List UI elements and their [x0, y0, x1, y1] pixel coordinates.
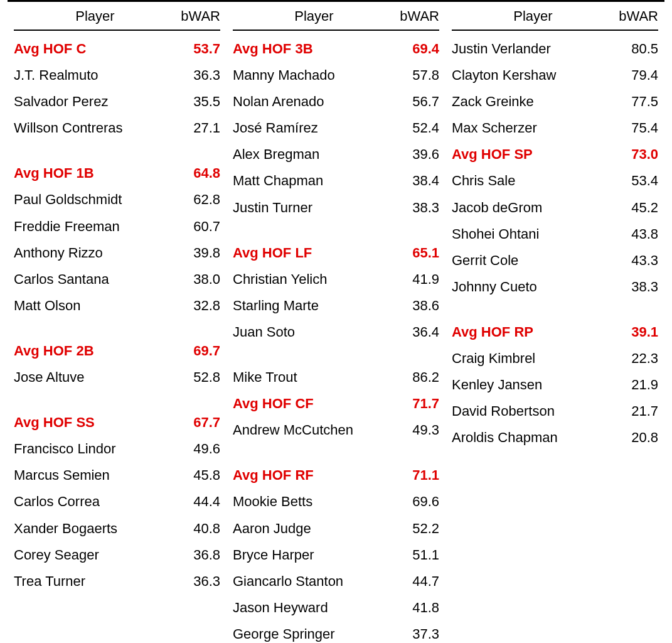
player-row: Aroldis Chapman20.8	[452, 424, 658, 451]
player-name: Jacob deGrom	[452, 197, 614, 219]
player-name: David Robertson	[452, 401, 614, 422]
bwar-value: 49.3	[395, 419, 439, 441]
bwar-value: 49.6	[176, 438, 220, 460]
hof-bwar-table: PlayerbWARAvg HOF C53.7J.T. Realmuto36.3…	[0, 0, 672, 643]
hof-label: Avg HOF SS	[14, 412, 176, 433]
bwar-value: 73.0	[614, 144, 658, 165]
bwar-value: 38.4	[395, 170, 439, 192]
hof-label: Avg HOF C	[14, 38, 176, 60]
player-row: Jason Heyward41.8	[233, 595, 439, 621]
player-name: Justin Turner	[233, 197, 395, 219]
player-row: Willson Contreras27.1	[14, 115, 220, 141]
player-row: Manny Machado57.8	[233, 62, 439, 89]
hof-average-row: Avg HOF RP39.1	[452, 319, 658, 345]
player-row: Gerrit Cole43.3	[452, 247, 658, 274]
player-name: Willson Contreras	[14, 117, 176, 139]
bwar-value: 69.6	[395, 491, 439, 512]
bwar-value: 69.7	[176, 340, 220, 362]
hof-label: Avg HOF SP	[452, 144, 614, 165]
bwar-value: 36.8	[176, 544, 220, 566]
player-name: Francisco Lindor	[14, 438, 176, 460]
bwar-value: 51.1	[395, 544, 439, 566]
bwar-value: 79.4	[614, 65, 658, 86]
player-row: Craig Kimbrel22.3	[452, 345, 658, 372]
bwar-value: 43.8	[614, 224, 658, 245]
player-row: Carlos Santana38.0	[14, 266, 220, 293]
player-name: Carlos Santana	[14, 269, 176, 290]
bwar-value: 27.1	[176, 117, 220, 139]
player-row: J.T. Realmuto36.3	[14, 62, 220, 89]
bwar-value: 40.8	[176, 518, 220, 539]
bwar-value: 38.3	[614, 276, 658, 298]
player-name: Jason Heyward	[233, 597, 395, 619]
bwar-value: 52.4	[395, 117, 439, 139]
bwar-value: 77.5	[614, 91, 658, 112]
bwar-value: 65.1	[395, 242, 439, 264]
bwar-value: 38.6	[395, 295, 439, 316]
player-name: Gerrit Cole	[452, 250, 614, 271]
hof-label: Avg HOF LF	[233, 242, 395, 264]
player-name: Christian Yelich	[233, 269, 395, 290]
player-name: Bryce Harper	[233, 544, 395, 566]
bwar-value: 22.3	[614, 348, 658, 369]
player-row: Alex Bregman39.6	[233, 141, 439, 168]
player-row: Juan Soto36.4	[233, 319, 439, 345]
player-row: José Ramírez52.4	[233, 115, 439, 141]
player-row: Andrew McCutchen49.3	[233, 417, 439, 443]
player-name: Max Scherzer	[452, 117, 614, 139]
player-name: Marcus Semien	[14, 465, 176, 486]
hof-label: Avg HOF 3B	[233, 38, 395, 60]
bwar-value: 69.4	[395, 38, 439, 60]
hof-average-row: Avg HOF LF65.1	[233, 240, 439, 266]
bwar-value: 52.2	[395, 518, 439, 539]
bwar-value: 35.5	[176, 91, 220, 112]
player-name: Jose Altuve	[14, 367, 176, 388]
player-name: Clayton Kershaw	[452, 65, 614, 86]
hof-average-row: Avg HOF CF71.7	[233, 391, 439, 417]
player-name: José Ramírez	[233, 117, 395, 139]
spacer	[233, 221, 439, 240]
player-name: Zack Greinke	[452, 91, 614, 112]
bwar-value: 41.9	[395, 269, 439, 290]
bwar-value: 75.4	[614, 117, 658, 139]
bwar-value: 44.7	[395, 571, 439, 592]
hof-average-row: Avg HOF SP73.0	[452, 141, 658, 168]
bwar-value: 21.7	[614, 401, 658, 422]
bwar-value: 39.6	[395, 144, 439, 165]
player-name: J.T. Realmuto	[14, 65, 176, 86]
bwar-value: 41.8	[395, 597, 439, 619]
hof-average-row: Avg HOF SS67.7	[14, 409, 220, 436]
player-name: Alex Bregman	[233, 144, 395, 165]
columns-container: PlayerbWARAvg HOF C53.7J.T. Realmuto36.3…	[8, 0, 664, 643]
bwar-value: 86.2	[395, 367, 439, 388]
bwar-value: 80.5	[614, 38, 658, 60]
player-row: Johnny Cueto38.3	[452, 274, 658, 300]
player-row: Justin Turner38.3	[233, 195, 439, 221]
bwar-value: 53.4	[614, 170, 658, 192]
player-row: Carlos Correa44.4	[14, 489, 220, 515]
player-row: Salvador Perez35.5	[14, 89, 220, 115]
player-row: Paul Goldschmidt62.8	[14, 186, 220, 213]
hof-average-row: Avg HOF RF71.1	[233, 462, 439, 489]
player-row: Kenley Jansen21.9	[452, 372, 658, 398]
player-row: Max Scherzer75.4	[452, 115, 658, 141]
column-2: PlayerbWARAvg HOF 3B69.4Manny Machado57.…	[227, 2, 445, 643]
bwar-value: 36.3	[176, 65, 220, 86]
bwar-value: 64.8	[176, 163, 220, 184]
bwar-value: 38.0	[176, 269, 220, 290]
player-name: Salvador Perez	[14, 91, 176, 112]
player-row: Christian Yelich41.9	[233, 266, 439, 293]
column-header: PlayerbWAR	[14, 2, 220, 31]
player-row: Xander Bogaerts40.8	[14, 516, 220, 542]
column-1: PlayerbWARAvg HOF C53.7J.T. Realmuto36.3…	[8, 2, 227, 643]
bwar-value: 45.8	[176, 465, 220, 486]
bwar-value: 56.7	[395, 91, 439, 112]
bwar-value: 57.8	[395, 65, 439, 86]
player-row: Jose Altuve52.8	[14, 364, 220, 391]
hof-average-row: Avg HOF 3B69.4	[233, 36, 439, 62]
hof-label: Avg HOF RF	[233, 465, 395, 486]
player-row: Matt Chapman38.4	[233, 168, 439, 194]
bwar-value: 45.2	[614, 197, 658, 219]
bwar-value: 39.8	[176, 242, 220, 264]
player-name: Matt Olson	[14, 295, 176, 316]
